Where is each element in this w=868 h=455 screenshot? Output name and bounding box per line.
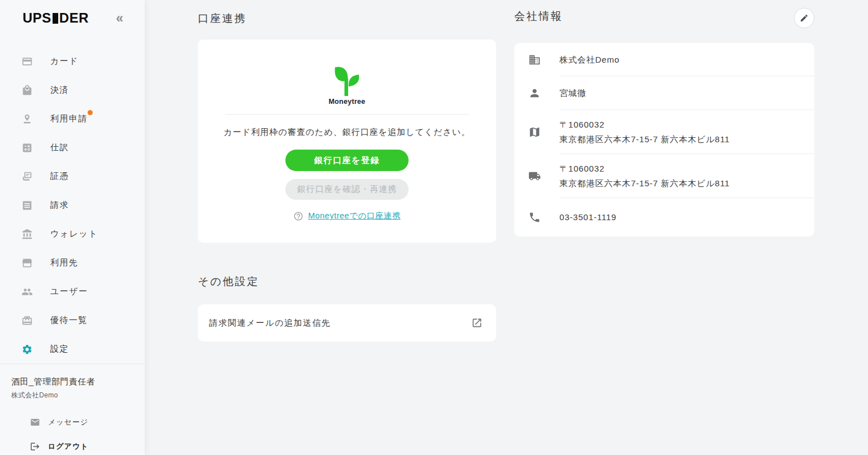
moneytree-help-row: Moneytreeでの口座連携: [293, 211, 401, 221]
sidebar-header: UPSDER «: [0, 0, 145, 26]
registered-address-row: 〒1060032 東京都港区六本木7-15-7 新六本木ビル811: [514, 110, 814, 154]
sidebar-item-label: 請求: [50, 200, 69, 211]
company-info-card: 株式会社Demo 宮城徹 〒1060032 東京都港区六本木7-15-7 新六本…: [514, 43, 814, 237]
company-name-row: 株式会社Demo: [514, 43, 814, 76]
logo-block-i: [53, 13, 58, 24]
building-icon: [528, 54, 541, 66]
sidebar: UPSDER « カード 決済 利用申請 仕訳 証憑 請求: [0, 0, 145, 455]
sidebar-item-cards[interactable]: カード: [0, 47, 145, 76]
sidebar-item-payments[interactable]: 決済: [0, 76, 145, 104]
envelope-icon: [30, 417, 40, 427]
phone-row: 03-3501-1119: [514, 198, 814, 237]
shipping-address-row: 〒1060032 東京都港区六本木7-15-7 新六本木ビル811: [514, 154, 814, 198]
logo-text-suffix: DER: [59, 10, 89, 26]
storefront-icon: [21, 257, 33, 269]
company-info-title: 会社情報: [514, 9, 563, 24]
edit-company-info-button[interactable]: [794, 8, 814, 28]
sidebar-item-label: 設定: [50, 344, 69, 355]
sidebar-item-evidence[interactable]: 証憑: [0, 162, 145, 191]
pencil-icon: [800, 14, 809, 23]
other-settings-title: その他設定: [198, 274, 496, 289]
card-divider: [225, 114, 469, 115]
sidebar-item-benefits[interactable]: 優待一覧: [0, 306, 145, 335]
gear-icon: [21, 344, 33, 355]
sidebar-item-label: 利用申請: [50, 113, 88, 124]
account-link-title: 口座連携: [198, 11, 496, 26]
sidebar-item-label: 決済: [50, 85, 69, 95]
main-content: 口座連携 Moneytree カード利用枠の審査のため、銀行口座を追加してくださ…: [145, 0, 868, 455]
moneytree-wordmark: Moneytree: [328, 98, 365, 106]
company-info-section: 会社情報 株式会社Demo 宮城徹 〒1060032 東京都港区六本木7-15-…: [514, 11, 814, 455]
approval-pin-icon: [21, 113, 33, 125]
collapse-sidebar-icon[interactable]: «: [116, 12, 123, 25]
account-link-description: カード利用枠の審査のため、銀行口座を追加してください。: [224, 127, 471, 138]
sidebar-item-label: 優待一覧: [50, 315, 88, 326]
user-block: 酒田_管理部門責任者 株式会社Demo メッセージ ログアウト: [0, 364, 145, 452]
logout-label: ログアウト: [48, 441, 89, 452]
moneytree-help-link[interactable]: Moneytreeでの口座連携: [308, 211, 401, 221]
sidebar-item-label: ウォレット: [50, 229, 98, 239]
users-icon: [21, 286, 33, 298]
phone-icon: [528, 211, 541, 224]
company-name-value: 株式会社Demo: [559, 53, 619, 67]
logo-text-prefix: UPS: [23, 10, 51, 26]
moneytree-logo: Moneytree: [328, 62, 365, 106]
map-icon: [528, 126, 541, 138]
receipt-icon: [21, 200, 33, 211]
verify-reconnect-bank-button[interactable]: 銀行口座を確認・再連携: [285, 179, 409, 200]
sidebar-item-settings[interactable]: 設定: [0, 335, 145, 364]
sidebar-item-usage-application[interactable]: 利用申請: [0, 104, 145, 133]
phone-value: 03-3501-1119: [559, 210, 617, 225]
registered-address-value: 〒1060032 東京都港区六本木7-15-7 新六本木ビル811: [559, 117, 730, 147]
logout-button[interactable]: ログアウト: [11, 441, 133, 452]
representative-value: 宮城徹: [559, 86, 586, 100]
shipping-address-value: 〒1060032 東京都港区六本木7-15-7 新六本木ビル811: [559, 161, 730, 191]
notification-dot: [88, 110, 93, 115]
messages-link[interactable]: メッセージ: [11, 417, 133, 427]
help-circle-icon: [293, 211, 303, 221]
credit-card-icon: [21, 56, 33, 67]
logout-icon: [30, 441, 40, 452]
calculator-icon: [21, 142, 33, 154]
messages-label: メッセージ: [48, 417, 88, 427]
sidebar-item-label: 証憑: [50, 171, 69, 182]
sidebar-item-label: カード: [50, 56, 79, 67]
company-info-header: 会社情報: [514, 9, 814, 28]
sidebar-item-wallet[interactable]: ウォレット: [0, 220, 145, 248]
sidebar-item-merchants[interactable]: 利用先: [0, 248, 145, 277]
billing-email-settings-row[interactable]: 請求関連メールの追加送信先: [198, 304, 496, 342]
account-link-section: 口座連携 Moneytree カード利用枠の審査のため、銀行口座を追加してくださ…: [198, 11, 496, 455]
gift-icon: [21, 315, 33, 326]
shopping-bag-icon: [21, 85, 33, 96]
receipt-printer-icon: [21, 171, 33, 182]
sidebar-item-label: 仕訳: [50, 142, 69, 153]
register-bank-account-button[interactable]: 銀行口座を登録: [285, 150, 409, 171]
bank-icon: [21, 229, 33, 240]
open-in-new-icon: [471, 317, 483, 329]
sidebar-item-journal[interactable]: 仕訳: [0, 133, 145, 162]
sidebar-item-label: ユーザー: [50, 286, 88, 297]
moneytree-sprout-icon: [331, 62, 363, 96]
sidebar-item-users[interactable]: ユーザー: [0, 277, 145, 306]
sidebar-nav: カード 決済 利用申請 仕訳 証憑 請求 ウォレット 利用先: [0, 47, 145, 364]
moneytree-card: Moneytree カード利用枠の審査のため、銀行口座を追加してください。 銀行…: [198, 40, 496, 243]
billing-email-settings-label: 請求関連メールの追加送信先: [209, 318, 331, 329]
truck-icon: [528, 170, 541, 182]
user-company: 株式会社Demo: [11, 391, 133, 400]
representative-row: 宮城徹: [514, 76, 814, 110]
sidebar-item-billing[interactable]: 請求: [0, 191, 145, 220]
upsider-logo: UPSDER: [23, 10, 89, 26]
person-icon: [528, 87, 541, 99]
sidebar-item-label: 利用先: [50, 257, 79, 268]
user-name: 酒田_管理部門責任者: [11, 377, 133, 387]
